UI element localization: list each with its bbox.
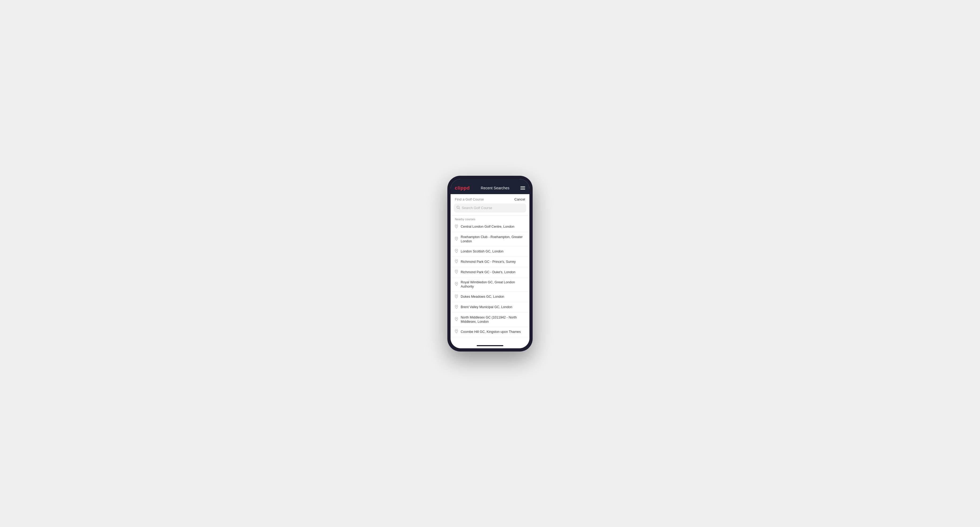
courses-list: Central London Golf Centre, London Roeha… [450,222,530,337]
pin-icon [455,295,458,299]
svg-point-9 [456,306,457,306]
pin-icon [455,237,458,241]
svg-point-7 [456,283,457,284]
course-name: London Scottish GC, London [461,249,504,254]
course-name: Richmond Park GC - Duke's, London [461,270,515,274]
find-header: Find a Golf Course Cancel [450,194,530,203]
svg-point-4 [456,250,457,251]
search-container [450,203,530,215]
course-list-item[interactable]: North Middlesex GC (1011942 - North Midd… [450,313,530,327]
course-list-item[interactable]: Central London Golf Centre, London [450,222,530,232]
phone-frame: clippd Recent Searches Find a Golf Cours… [447,176,533,351]
course-name: North Middlesex GC (1011942 - North Midd… [461,315,525,324]
menu-icon[interactable] [520,186,525,190]
pin-icon [455,305,458,310]
pin-icon [455,259,458,264]
course-list-item[interactable]: Brent Valley Municipal GC, London [450,302,530,313]
svg-point-5 [456,260,457,261]
course-list-item[interactable]: Richmond Park GC - Duke's, London [450,267,530,278]
pin-icon [455,282,458,287]
home-bar [477,345,503,346]
pin-icon [455,249,458,254]
phone-screen: clippd Recent Searches Find a Golf Cours… [450,179,530,348]
status-bar [450,179,530,183]
course-list-item[interactable]: Dukes Meadows GC, London [450,292,530,302]
pin-icon [455,270,458,275]
pin-icon [455,224,458,229]
svg-point-8 [456,295,457,296]
pin-icon [455,329,458,334]
search-box [454,203,526,213]
cancel-button[interactable]: Cancel [514,197,525,201]
svg-point-10 [456,318,457,319]
course-list-item[interactable]: Royal Wimbledon GC, Great London Authori… [450,278,530,292]
main-content: Find a Golf Course Cancel [450,194,530,343]
course-name: Roehampton Club - Roehampton, Greater Lo… [461,235,525,244]
search-icon [457,206,460,210]
svg-point-3 [456,238,457,238]
app-logo: clippd [455,185,470,191]
course-list-item[interactable]: Richmond Park GC - Prince's, Surrey [450,257,530,267]
search-input[interactable] [462,206,523,210]
course-name: Central London Golf Centre, London [461,224,514,229]
home-indicator [450,343,530,348]
nav-title: Recent Searches [480,186,509,190]
course-name: Coombe Hill GC, Kingston upon Thames [461,330,521,334]
course-list-item[interactable]: Coombe Hill GC, Kingston upon Thames [450,327,530,337]
course-list-item[interactable]: Roehampton Club - Roehampton, Greater Lo… [450,232,530,247]
svg-point-6 [456,271,457,271]
nearby-label: Nearby courses [450,216,530,222]
course-name: Richmond Park GC - Prince's, Surrey [461,260,516,264]
course-name: Royal Wimbledon GC, Great London Authori… [461,280,525,289]
course-name: Brent Valley Municipal GC, London [461,305,512,309]
course-list-item[interactable]: London Scottish GC, London [450,246,530,257]
find-label: Find a Golf Course [455,197,484,201]
pin-icon [455,317,458,322]
svg-point-2 [456,225,457,226]
course-name: Dukes Meadows GC, London [461,295,504,299]
svg-line-1 [459,208,460,209]
nav-bar: clippd Recent Searches [450,183,530,194]
svg-point-11 [456,330,457,331]
nearby-courses-section: Nearby courses Central London Golf Centr… [450,216,530,343]
